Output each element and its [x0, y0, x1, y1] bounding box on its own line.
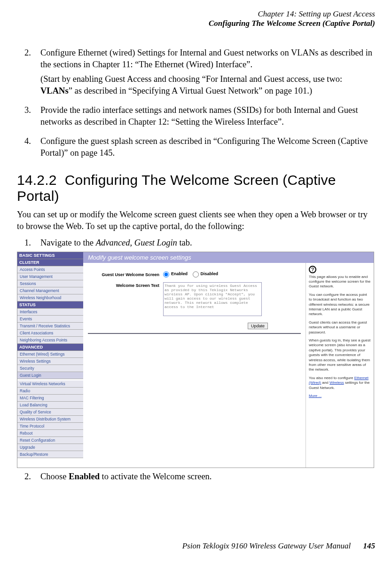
- help-panel: ? This page allows you to enable and con…: [306, 263, 374, 468]
- nav-item[interactable]: Wireless Neighborhood: [17, 294, 83, 301]
- nav-item[interactable]: Reboot: [17, 430, 83, 437]
- main-panel: Modify guest welcome screen settings Gue…: [83, 252, 374, 468]
- help-p1: This page allows you to enable and confi…: [309, 275, 371, 289]
- chapter-line: Chapter 14: Setting up Guest Access: [17, 9, 375, 19]
- nav-item[interactable]: Reset Configuration: [17, 437, 83, 444]
- step-2: 2. Configure Ethernet (wired) Settings f…: [17, 47, 375, 100]
- nav-item[interactable]: MAC Filtering: [17, 395, 83, 402]
- nav-item[interactable]: Virtual Wireless Networks: [17, 381, 83, 388]
- step-b1: 1. Navigate to the Advanced, Guest Login…: [17, 238, 375, 248]
- nav-item[interactable]: Channel Management: [17, 287, 83, 294]
- help-p4: When guests log in, they see a guest wel…: [309, 338, 371, 373]
- section-title: Configuring The Welcome Screen (Captive …: [17, 172, 336, 204]
- nav-item[interactable]: Transmit / Receive Statistics: [17, 323, 83, 330]
- nav-header-status[interactable]: STATUS: [17, 301, 83, 309]
- nav-item[interactable]: Ethernet (Wired) Settings: [17, 351, 83, 358]
- welcome-text-row: Welcome Screen Text: [88, 282, 301, 316]
- nav-item[interactable]: User Management: [17, 273, 83, 280]
- step-number: 4.: [17, 135, 40, 162]
- side-nav: BASIC SETTINGS CLUSTER Access Points Use…: [17, 252, 83, 468]
- welcome-text-label: Welcome Screen Text: [88, 282, 163, 288]
- step-number: 1.: [17, 238, 40, 248]
- section-intro: You can set up or modify the Welcome scr…: [17, 209, 375, 232]
- panel-title: Modify guest welcome screen settings: [83, 252, 374, 263]
- nav-item[interactable]: Upgrade: [17, 444, 83, 451]
- disabled-label: Disabled: [201, 271, 219, 276]
- step-4: 4. Configure the guest splash screen as …: [17, 135, 375, 162]
- help-p3: Guest clients can access the guest netwo…: [309, 320, 371, 335]
- numbered-steps-bottom-1: 1. Navigate to the Advanced, Guest Login…: [17, 238, 375, 248]
- nav-header-basic[interactable]: BASIC SETTINGS: [17, 252, 83, 259]
- nav-item[interactable]: Backup/Restore: [17, 451, 83, 458]
- step-2-para-2: (Start by enabling Guest Access and choo…: [40, 73, 375, 97]
- step-2-para-1: Configure Ethernet (wired) Settings for …: [40, 47, 375, 71]
- nav-item[interactable]: Neighboring Access Points: [17, 337, 83, 344]
- update-button[interactable]: Update: [248, 323, 268, 329]
- numbered-steps-top: 2. Configure Ethernet (wired) Settings f…: [17, 47, 375, 162]
- step-3-para: Provide the radio interface settings and…: [40, 104, 375, 128]
- nav-item[interactable]: Interfaces: [17, 309, 83, 316]
- page-footer: Psion Teklogix 9160 Wireless Gateway Use…: [17, 541, 375, 551]
- disabled-radio[interactable]: [193, 271, 199, 278]
- nav-item[interactable]: Time Protocol: [17, 423, 83, 430]
- nav-item[interactable]: Client Associations: [17, 330, 83, 337]
- enabled-radio[interactable]: [163, 271, 169, 278]
- form-area: Guest User Welcome Screen Enabled Disabl…: [83, 263, 306, 468]
- nav-header-cluster[interactable]: CLUSTER: [17, 259, 83, 266]
- nav-item[interactable]: Wireless Settings: [17, 358, 83, 365]
- nav-item[interactable]: Access Points: [17, 266, 83, 273]
- section-number: 14.2.2: [17, 172, 57, 188]
- step-number: 2.: [17, 472, 40, 482]
- help-icon: ?: [309, 266, 316, 273]
- step-3: 3. Provide the radio interface settings …: [17, 104, 375, 131]
- welcome-enable-label: Guest User Welcome Screen: [88, 271, 163, 277]
- nav-item[interactable]: Radio: [17, 388, 83, 395]
- help-p2: You can configure the access point to br…: [309, 293, 371, 317]
- nav-header-advanced[interactable]: ADVANCED: [17, 344, 83, 351]
- nav-item[interactable]: Security: [17, 365, 83, 372]
- numbered-steps-bottom-2: 2. Choose Enabled to activate the Welcom…: [17, 472, 375, 482]
- step-4-para: Configure the guest splash screen as des…: [40, 135, 375, 159]
- section-heading: 14.2.2 Configuring The Welcome Screen (C…: [17, 172, 375, 204]
- nav-item[interactable]: Wireless Distribution System: [17, 416, 83, 423]
- more-link[interactable]: More ...: [309, 394, 321, 398]
- admin-ui-screenshot: BASIC SETTINGS CLUSTER Access Points Use…: [17, 252, 374, 468]
- enabled-label: Enabled: [171, 271, 188, 276]
- header-subtitle: Configuring The Welcome Screen (Captive …: [17, 19, 375, 28]
- help-p5: You also need to configure Ethernet (Wir…: [309, 376, 371, 390]
- nav-item[interactable]: Sessions: [17, 280, 83, 287]
- separator: [88, 333, 301, 334]
- step-number: 2.: [17, 47, 40, 100]
- nav-item-guest-login[interactable]: Guest Login: [17, 372, 83, 379]
- page-header: Chapter 14: Setting up Guest Access Conf…: [17, 9, 375, 28]
- step-number: 3.: [17, 104, 40, 131]
- footer-text: Psion Teklogix 9160 Wireless Gateway Use…: [182, 541, 351, 550]
- nav-item[interactable]: Load Balancing: [17, 402, 83, 409]
- nav-item[interactable]: Events: [17, 316, 83, 323]
- wireless-link[interactable]: Wireless: [329, 381, 344, 385]
- page-number: 145: [363, 541, 376, 550]
- welcome-enable-row: Guest User Welcome Screen Enabled Disabl…: [88, 271, 301, 278]
- step-b2: 2. Choose Enabled to activate the Welcom…: [17, 472, 375, 482]
- nav-item[interactable]: Quality of Service: [17, 409, 83, 416]
- welcome-textarea[interactable]: [163, 282, 262, 316]
